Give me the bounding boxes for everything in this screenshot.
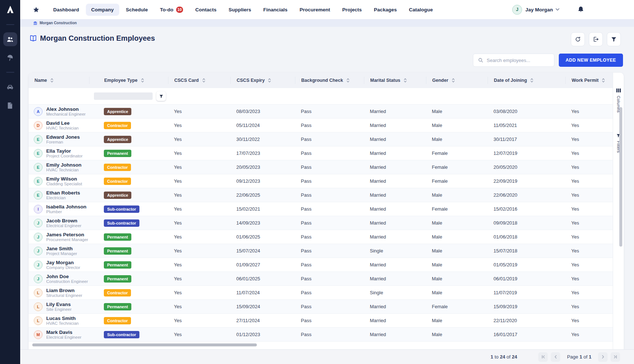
sort-icon[interactable] <box>346 78 350 83</box>
horizontal-scrollbar-thumb[interactable] <box>32 343 257 346</box>
export-button[interactable] <box>589 32 603 46</box>
nav-item-contacts[interactable]: Contacts <box>190 4 222 16</box>
employee-role: HVAC Technician <box>46 321 79 326</box>
filter-button[interactable] <box>607 32 621 46</box>
sort-icon[interactable] <box>141 78 144 83</box>
refresh-button[interactable] <box>571 32 585 46</box>
column-header-employee-type[interactable]: Employee Type <box>89 77 168 84</box>
nav-item-schedule[interactable]: Schedule <box>120 4 153 16</box>
sort-icon[interactable] <box>452 78 455 83</box>
table-row[interactable]: MMark DavisElectrical EngineerSub-contra… <box>29 328 613 342</box>
nav-item-catalogue[interactable]: Catalogue <box>403 4 438 16</box>
cell-background-check: Pass <box>295 332 364 337</box>
column-header-work-permit[interactable]: Work Permit <box>565 77 613 84</box>
first-page-button[interactable] <box>538 352 548 362</box>
nav-item-label: Company <box>91 7 114 12</box>
umbrella-icon <box>6 54 14 62</box>
user-cluster: J Jay Morgan <box>512 5 634 15</box>
nav-item-suppliers[interactable]: Suppliers <box>223 4 257 16</box>
sort-icon[interactable] <box>404 78 407 83</box>
employee-type-filter-input[interactable] <box>94 92 153 100</box>
employee-name-wrap: Jacob BrownElectrical Engineer <box>46 218 81 228</box>
favorites-star-icon[interactable] <box>33 6 40 13</box>
add-new-employee-button[interactable]: ADD NEW EMPLOYEE <box>559 54 623 67</box>
table-row[interactable]: LLily EvansSite EngineerPermanentYes15/0… <box>29 300 613 314</box>
table-row[interactable]: JJames PetersonProcurement ManagerPerman… <box>29 230 613 244</box>
employee-role: Foreman <box>46 140 80 145</box>
table-row[interactable]: JJane SmithProject ManagerPermanentYes15… <box>29 244 613 258</box>
column-header-cscs-expiry[interactable]: CSCS Expiry <box>230 77 295 84</box>
column-header-marital-status[interactable]: Marital Status <box>364 77 426 84</box>
cell-background-check: Pass <box>295 164 364 170</box>
user-name[interactable]: Jay Morgan <box>525 7 553 12</box>
table-row[interactable]: EEdward JonesForemanApprenticeYes30/11/2… <box>29 132 613 146</box>
column-header-name[interactable]: Name <box>29 77 89 84</box>
employee-name-cell: AAlex JohnsonMechanical Engineer <box>29 106 89 117</box>
avatar: J <box>34 261 43 269</box>
breadcrumb-item[interactable]: Morgan Construction <box>40 21 77 25</box>
table-row[interactable]: IIsabella JohnsonPlumberSub-contractorYe… <box>29 202 613 216</box>
cell-cscs-expiry: 01/06/2025 <box>230 234 295 240</box>
cell-cscs-card: Yes <box>168 206 230 212</box>
notifications-bell-icon[interactable] <box>577 6 584 13</box>
filter-funnel-button[interactable] <box>156 91 166 101</box>
employee-name-cell: EEmily WilsonCladding Specialist <box>29 176 89 186</box>
employee-type-cell: Permanent <box>89 303 168 310</box>
table-row[interactable]: EEmily JohnsonHVAC TechnicianContractorY… <box>29 160 613 174</box>
cell-background-check: Pass <box>295 248 364 254</box>
table-row[interactable]: JJohn DoeConstruction EngineerPermanentY… <box>29 272 613 286</box>
nav-item-financials[interactable]: Financials <box>258 4 293 16</box>
book-icon <box>29 34 37 42</box>
cell-work-permit: Yes <box>565 206 613 212</box>
table-row[interactable]: EEmily WilsonCladding SpecialistContract… <box>29 174 613 188</box>
employee-name: John Doe <box>46 274 88 279</box>
cell-cscs-expiry: 30/11/2022 <box>230 136 295 142</box>
nav-item-dashboard[interactable]: Dashboard <box>48 4 85 16</box>
nav-item-label: Financials <box>263 7 288 12</box>
search-input[interactable] <box>487 58 550 63</box>
table-row[interactable]: DDavid LeeHVAC TechnicianContractorYes05… <box>29 119 613 132</box>
sort-icon[interactable] <box>268 78 271 83</box>
sidebar-item-employees[interactable] <box>3 32 17 46</box>
sidebar-item-vehicles[interactable] <box>3 80 17 94</box>
table-row[interactable]: EEthan RobertsElectricianApprenticeYes22… <box>29 188 613 202</box>
user-avatar[interactable]: J <box>512 5 522 15</box>
cell-gender: Male <box>426 109 488 114</box>
table-row[interactable]: JJacob BrownElectrical EngineerSub-contr… <box>29 216 613 230</box>
nav-item-procurement[interactable]: Procurement <box>294 4 336 16</box>
table-row[interactable]: JJay MorganCompany DirectorPermanentYes0… <box>29 258 613 272</box>
last-page-button[interactable] <box>611 352 620 362</box>
sidebar-item-insurance[interactable] <box>3 51 17 65</box>
vertical-scrollbar-thumb[interactable] <box>619 107 622 247</box>
sidebar-item-documents[interactable] <box>3 98 17 112</box>
main-content: Morgan Construction Employees ADD NEW EM… <box>20 27 634 364</box>
table-row[interactable]: LLiam BrownStructural EngineerContractor… <box>29 286 613 300</box>
cell-marital-status: Married <box>364 304 426 309</box>
cell-gender: Female <box>426 164 488 170</box>
nav-item-projects[interactable]: Projects <box>337 4 367 16</box>
sort-icon[interactable] <box>202 78 205 83</box>
column-header-cscs-card[interactable]: CSCS Card <box>168 77 230 84</box>
column-header-gender[interactable]: Gender <box>426 77 488 84</box>
sort-icon[interactable] <box>50 78 54 83</box>
app-logo[interactable] <box>0 0 20 19</box>
column-header-background-check[interactable]: Background Check <box>295 77 364 84</box>
table-row[interactable]: EElla TaylorProject CoordinatorPermanent… <box>29 146 613 160</box>
employees-table-card: NameEmployee TypeCSCS CardCSCS ExpiryBac… <box>29 73 624 349</box>
sort-icon[interactable] <box>602 78 605 83</box>
table-header-row: NameEmployee TypeCSCS CardCSCS ExpiryBac… <box>29 73 613 88</box>
nav-item-packages[interactable]: Packages <box>368 4 402 16</box>
cell-background-check: Pass <box>295 136 364 142</box>
next-page-button[interactable] <box>598 352 608 362</box>
chevron-down-icon[interactable] <box>555 8 560 11</box>
nav-item-to-do[interactable]: To-do10 <box>154 3 189 16</box>
previous-page-button[interactable] <box>551 352 560 362</box>
cell-date-of-joining: 06/01/2019 <box>488 276 565 281</box>
table-row[interactable]: AAlex JohnsonMechanical EngineerApprenti… <box>29 105 613 119</box>
employee-type-cell: Sub-contractor <box>89 331 168 338</box>
sort-icon[interactable] <box>530 78 533 83</box>
column-header-date-of-joining[interactable]: Date of Joining <box>488 77 565 84</box>
table-row[interactable]: LLucas SmithHVAC TechnicianContractorYes… <box>29 314 613 328</box>
nav-item-company[interactable]: Company <box>86 4 120 16</box>
export-icon <box>593 36 599 43</box>
